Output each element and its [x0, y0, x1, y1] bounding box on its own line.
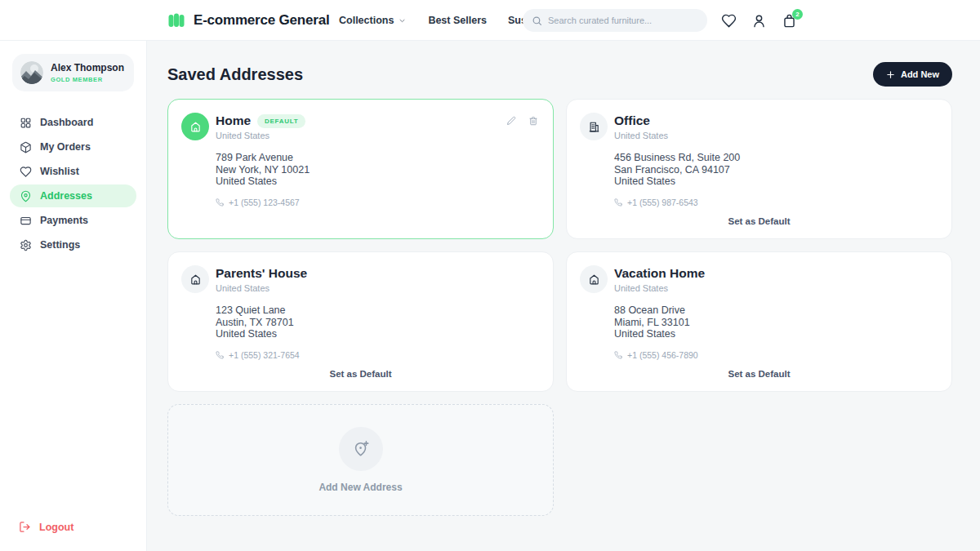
address-line: 88 Ocean Drive	[614, 304, 938, 317]
building-icon	[580, 113, 608, 140]
set-as-default-button[interactable]: Set as Default	[567, 369, 951, 379]
delete-icon[interactable]	[528, 116, 538, 126]
add-new-address-card[interactable]: Add New Address	[167, 404, 554, 516]
address-country: United States	[216, 283, 307, 293]
sidebar-item-dashboard[interactable]: Dashboard	[10, 111, 136, 134]
address-card-grid: Home Default United States 789 Park Aven…	[167, 99, 952, 516]
phone-row: +1 (555) 456-7890	[614, 350, 938, 360]
sidebar-item-label: Addresses	[40, 190, 92, 202]
brand[interactable]: E-commerce General	[167, 0, 329, 41]
set-as-default-button[interactable]: Set as Default	[567, 216, 951, 226]
address-details: 456 Business Rd, Suite 200San Francisco,…	[614, 152, 938, 207]
address-name: Parents' House	[216, 266, 307, 281]
nav-link-label: Collections	[339, 15, 394, 26]
addresses-icon	[20, 190, 32, 202]
search-icon	[532, 16, 542, 26]
sidebar-item-wishlist[interactable]: Wishlist	[10, 160, 136, 183]
address-card: Office United States 456 Business Rd, Su…	[566, 99, 952, 239]
page-header: Saved Addresses Add New	[167, 62, 952, 87]
address-line: United States	[216, 328, 540, 340]
cart-count-badge: 2	[792, 9, 803, 20]
user-card: Alex Thompson GOLD MEMBER	[12, 54, 134, 91]
account-icon[interactable]	[751, 13, 767, 29]
card-head: Office United States	[580, 113, 938, 140]
address-line: United States	[216, 176, 540, 188]
phone-number: +1 (555) 987-6543	[627, 198, 698, 207]
add-address-pin-icon	[339, 427, 383, 471]
wishlist-icon	[20, 166, 32, 178]
sidebar-item-label: Dashboard	[40, 117, 93, 128]
card-head: Home Default United States	[181, 113, 540, 140]
wishlist-icon[interactable]	[721, 13, 737, 29]
cart-icon[interactable]: 2	[782, 13, 797, 29]
orders-icon	[20, 141, 32, 153]
settings-icon	[20, 239, 32, 251]
address-line: 123 Quiet Lane	[216, 304, 540, 317]
address-line: New York, NY 10021	[216, 164, 540, 176]
default-badge: Default	[257, 114, 305, 128]
user-name: Alex Thompson	[51, 63, 124, 73]
phone-icon	[614, 198, 622, 207]
sidebar-item-label: Settings	[40, 239, 80, 251]
logout-button[interactable]: Logout	[19, 521, 74, 533]
add-new-button-label: Add New	[901, 69, 939, 79]
sidebar-item-label: Payments	[40, 215, 88, 226]
search-bar	[523, 9, 707, 32]
address-line: Austin, TX 78701	[216, 317, 540, 329]
address-line: 456 Business Rd, Suite 200	[614, 152, 938, 164]
user-tier-badge: GOLD MEMBER	[51, 76, 124, 83]
nav-link-best-sellers[interactable]: Best Sellers	[428, 15, 487, 26]
sidebar-item-addresses[interactable]: Addresses	[10, 184, 136, 207]
address-name: Office	[614, 113, 650, 128]
phone-number: +1 (555) 123-4567	[229, 198, 300, 207]
address-country: United States	[216, 131, 305, 140]
address-line: United States	[614, 176, 938, 188]
phone-number: +1 (555) 456-7890	[627, 350, 698, 360]
card-actions	[506, 116, 538, 126]
home-icon	[580, 265, 608, 293]
nav-icon-group: 2	[721, 0, 797, 41]
edit-icon[interactable]	[506, 116, 516, 126]
brand-name: E-commerce General	[194, 12, 329, 29]
address-country: United States	[614, 131, 668, 140]
phone-icon	[216, 198, 224, 207]
address-card: Vacation Home United States 88 Ocean Dri…	[566, 251, 952, 392]
card-head: Vacation Home United States	[580, 265, 938, 293]
add-address-label: Add New Address	[318, 482, 402, 493]
address-line: Miami, FL 33101	[614, 317, 938, 329]
sidebar-item-label: My Orders	[40, 141, 91, 153]
card-head: Parents' House United States	[181, 265, 540, 293]
logout-label: Logout	[39, 522, 74, 533]
nav-link-label: Best Sellers	[428, 15, 487, 26]
sidebar-item-payments[interactable]: Payments	[10, 209, 136, 232]
address-line: United States	[614, 328, 938, 340]
chevron-down-icon	[398, 16, 407, 25]
sidebar-item-settings[interactable]: Settings	[10, 233, 136, 256]
phone-row: +1 (555) 987-6543	[614, 198, 938, 207]
nav-link-collections[interactable]: Collections	[339, 15, 407, 26]
top-navbar: E-commerce General CollectionsBest Selle…	[0, 0, 980, 41]
home-icon	[181, 265, 209, 293]
phone-number: +1 (555) 321-7654	[229, 350, 300, 360]
main-content: Saved Addresses Add New Home Default Uni…	[147, 41, 980, 551]
address-country: United States	[614, 283, 705, 293]
address-name: Vacation Home	[614, 266, 705, 281]
payments-icon	[20, 215, 32, 227]
home-icon	[181, 113, 209, 140]
address-details: 789 Park AvenueNew York, NY 10021United …	[216, 152, 540, 207]
add-new-button[interactable]: Add New	[873, 62, 952, 87]
dashboard-icon	[20, 117, 32, 129]
logout-icon	[19, 521, 31, 533]
search-input[interactable]	[548, 16, 698, 25]
avatar	[20, 61, 43, 84]
address-line: 789 Park Avenue	[216, 152, 540, 164]
sidebar-item-orders[interactable]: My Orders	[10, 136, 136, 158]
phone-row: +1 (555) 321-7654	[216, 350, 540, 360]
set-as-default-button[interactable]: Set as Default	[168, 369, 553, 379]
phone-icon	[216, 351, 224, 359]
phone-icon	[614, 351, 622, 359]
brand-logo-icon	[167, 11, 186, 30]
phone-row: +1 (555) 123-4567	[216, 198, 540, 207]
address-card: Parents' House United States 123 Quiet L…	[167, 251, 554, 392]
address-details: 123 Quiet LaneAustin, TX 78701United Sta…	[216, 304, 540, 360]
